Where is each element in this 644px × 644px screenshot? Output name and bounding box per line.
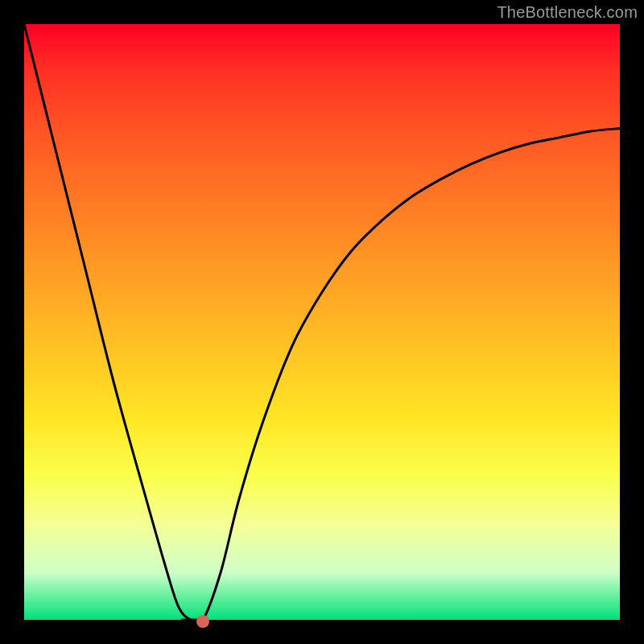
plot-area bbox=[24, 24, 620, 620]
bottleneck-curve bbox=[24, 24, 620, 620]
curve-path bbox=[24, 24, 620, 620]
watermark-label: TheBottleneck.com bbox=[497, 3, 638, 22]
chart-container: TheBottleneck.com bbox=[0, 0, 644, 644]
min-point-marker bbox=[196, 615, 209, 628]
